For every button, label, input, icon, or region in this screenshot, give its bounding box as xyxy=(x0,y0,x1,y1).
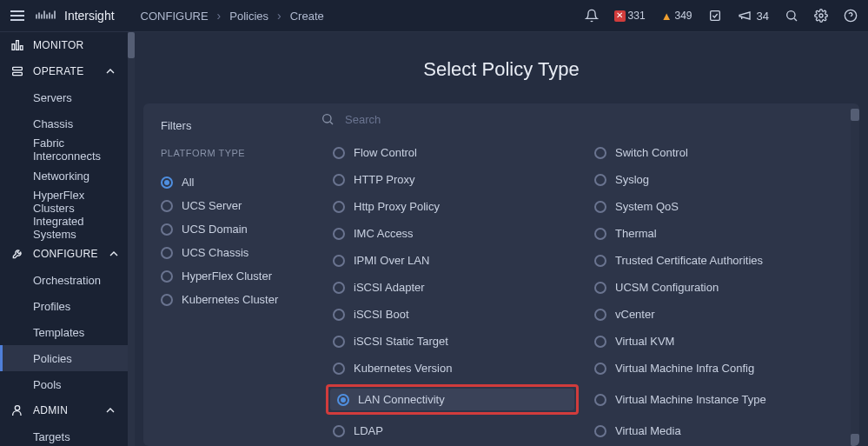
sidebar-section-monitor[interactable]: MONITOR xyxy=(0,32,128,58)
platform-type-hyperflex-cluster[interactable]: HyperFlex Cluster xyxy=(161,264,289,288)
radio-icon xyxy=(333,309,345,321)
alerts-critical[interactable]: ✕ 331 xyxy=(614,10,646,22)
announcements[interactable]: 34 xyxy=(738,9,769,23)
radio-icon xyxy=(161,247,173,259)
policy-type-ipmi-over-lan[interactable]: IPMI Over LAN xyxy=(326,250,579,271)
policy-type-system-qos[interactable]: System QoS xyxy=(587,196,840,217)
radio-icon xyxy=(333,228,345,240)
highlighted-selection: LAN Connectivity xyxy=(326,384,579,415)
sidebar-item-integrated-systems[interactable]: Integrated Systems xyxy=(0,215,128,241)
sidebar: MONITOR OPERATE Servers Chassis Fabric I… xyxy=(0,32,128,446)
platform-type-label: UCS Chassis xyxy=(182,246,248,259)
sidebar-item-targets[interactable]: Targets xyxy=(0,423,128,446)
brand-logo: Intersight xyxy=(35,9,115,23)
sidebar-item-profiles[interactable]: Profiles xyxy=(0,293,128,319)
radio-icon xyxy=(594,336,606,348)
policy-type-switch-control[interactable]: Switch Control xyxy=(587,142,840,163)
radio-icon xyxy=(594,147,606,159)
radio-icon xyxy=(594,201,606,213)
sidebar-section-operate[interactable]: OPERATE xyxy=(0,58,128,84)
sidebar-item-hyperflex-clusters[interactable]: HyperFlex Clusters xyxy=(0,189,128,215)
platform-type-ucs-chassis[interactable]: UCS Chassis xyxy=(161,241,289,264)
task-check-icon[interactable] xyxy=(708,9,722,23)
policy-type-trusted-certificate-authorities[interactable]: Trusted Certificate Authorities xyxy=(587,250,840,271)
policy-type-lan-connectivity[interactable]: LAN Connectivity xyxy=(330,389,574,410)
radio-icon xyxy=(333,425,345,437)
admin-icon xyxy=(10,403,24,417)
policy-type-label: vCenter xyxy=(615,308,655,321)
policy-type-virtual-machine-instance-type[interactable]: Virtual Machine Instance Type xyxy=(587,384,840,415)
svg-line-10 xyxy=(794,18,797,21)
policy-type-label: Switch Control xyxy=(615,146,688,159)
policy-type-flow-control[interactable]: Flow Control xyxy=(326,142,579,163)
chevron-up-icon xyxy=(103,64,117,78)
sidebar-item-servers[interactable]: Servers xyxy=(0,84,128,110)
sidebar-item-chassis[interactable]: Chassis xyxy=(0,110,128,136)
sidebar-section-configure[interactable]: CONFIGURE xyxy=(0,241,128,267)
search-icon[interactable] xyxy=(785,9,798,23)
policy-type-syslog[interactable]: Syslog xyxy=(587,169,840,190)
radio-icon xyxy=(161,223,173,236)
sidebar-item-networking[interactable]: Networking xyxy=(0,163,128,189)
platform-type-ucs-domain[interactable]: UCS Domain xyxy=(161,217,289,241)
policy-type-virtual-machine-infra-config[interactable]: Virtual Machine Infra Config xyxy=(587,357,840,379)
hamburger-menu[interactable] xyxy=(10,8,24,23)
policy-type-imc-access[interactable]: IMC Access xyxy=(326,223,579,244)
policy-type-kubernetes-version[interactable]: Kubernetes Version xyxy=(326,357,579,379)
radio-icon xyxy=(333,201,345,213)
alerts-warning[interactable]: ▲ 349 xyxy=(661,10,692,23)
breadcrumb-configure[interactable]: CONFIGURE xyxy=(141,10,209,23)
policy-type-label: Kubernetes Version xyxy=(354,362,452,375)
radio-icon xyxy=(594,228,606,240)
platform-type-ucs-server[interactable]: UCS Server xyxy=(161,194,289,217)
sidebar-scrollbar[interactable] xyxy=(128,32,135,446)
policy-type-ldap[interactable]: LDAP xyxy=(326,420,579,442)
platform-type-label: UCS Server xyxy=(182,199,242,212)
policy-type-virtual-media[interactable]: Virtual Media xyxy=(587,420,840,442)
policy-type-label: Virtual Media xyxy=(615,424,681,437)
radio-icon xyxy=(594,174,606,186)
help-icon[interactable] xyxy=(844,9,858,23)
search-icon xyxy=(321,112,335,126)
svg-rect-17 xyxy=(13,67,23,70)
policy-type-http-proxy-policy[interactable]: Http Proxy Policy xyxy=(326,196,579,217)
svg-point-20 xyxy=(323,115,331,123)
sidebar-label: MONITOR xyxy=(33,39,84,51)
policy-type-ucsm-configuration[interactable]: UCSM Configuration xyxy=(587,276,840,298)
svg-rect-15 xyxy=(17,41,19,50)
policy-type-virtual-kvm[interactable]: Virtual KVM xyxy=(587,330,840,352)
policy-scrollbar[interactable] xyxy=(851,109,859,446)
critical-icon: ✕ xyxy=(614,10,626,22)
policy-type-thermal[interactable]: Thermal xyxy=(587,223,840,244)
brand-name: Intersight xyxy=(64,9,115,23)
radio-icon xyxy=(161,270,173,283)
bell-icon[interactable] xyxy=(585,9,599,23)
filters-heading: Filters xyxy=(161,119,289,132)
radio-icon xyxy=(333,282,345,294)
sidebar-item-pools[interactable]: Pools xyxy=(0,371,128,397)
policy-type-label: LDAP xyxy=(354,424,383,437)
svg-rect-18 xyxy=(13,72,23,75)
breadcrumb-policies[interactable]: Policies xyxy=(229,10,268,23)
critical-count: 331 xyxy=(628,10,646,22)
policy-type-label: Trusted Certificate Authorities xyxy=(615,254,763,267)
platform-type-label: UCS Domain xyxy=(182,223,248,236)
sidebar-item-policies[interactable]: Policies xyxy=(0,345,128,371)
sidebar-section-admin[interactable]: ADMIN xyxy=(0,397,128,423)
platform-type-kubernetes-cluster[interactable]: Kubernetes Cluster xyxy=(161,288,289,311)
sidebar-item-orchestration[interactable]: Orchestration xyxy=(0,267,128,293)
policy-type-iscsi-adapter[interactable]: iSCSI Adapter xyxy=(326,276,579,298)
policy-type-iscsi-static-target[interactable]: iSCSI Static Target xyxy=(326,330,579,352)
policy-type-iscsi-boot[interactable]: iSCSI Boot xyxy=(326,303,579,325)
sidebar-item-fabric-interconnects[interactable]: Fabric Interconnects xyxy=(0,136,128,163)
policy-type-vcenter[interactable]: vCenter xyxy=(587,303,840,325)
policy-search-input[interactable] xyxy=(345,113,845,126)
policy-type-http-proxy[interactable]: HTTP Proxy xyxy=(326,169,579,190)
warning-icon: ▲ xyxy=(661,10,673,23)
gear-icon[interactable] xyxy=(814,9,828,23)
policy-type-label: HTTP Proxy xyxy=(354,173,415,186)
platform-type-all[interactable]: All xyxy=(161,170,289,194)
sidebar-item-templates[interactable]: Templates xyxy=(0,319,128,345)
policy-type-label: Virtual KVM xyxy=(615,335,674,348)
svg-point-9 xyxy=(787,11,795,19)
